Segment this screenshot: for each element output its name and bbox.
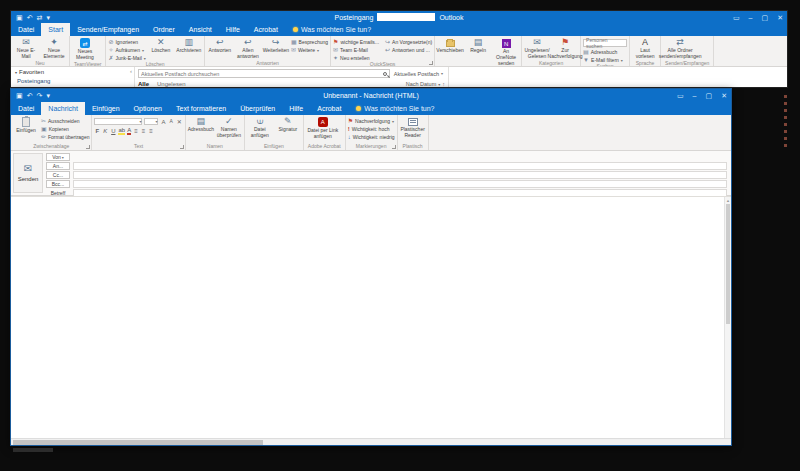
followup-button[interactable]: ⚑ Nachverfolgung ▾ [348,118,395,124]
read-aloud-button[interactable]: A Laut vorlesen [632,37,658,60]
highlight-button[interactable]: ab [118,127,125,135]
close-icon[interactable]: ✕ [721,92,727,99]
ribbon-display-icon[interactable]: ▭ [677,92,684,99]
scrollbar-thumb[interactable] [726,204,730,324]
undo-icon[interactable]: ↶ [27,92,33,99]
copy-button[interactable]: ▣ Kopieren [41,126,89,132]
horizontal-scrollbar[interactable] [11,438,731,445]
tab-datei[interactable]: Datei [11,102,41,115]
cut-button[interactable]: ✂ Ausschneiden [41,118,89,124]
new-items-button[interactable]: ✦ Neue Elemente [41,37,67,60]
dialog-launcher-icon[interactable] [180,145,184,149]
high-importance-button[interactable]: ! Wichtigkeit: hoch [348,126,395,132]
tab-text-formatieren[interactable]: Text formatieren [169,102,233,115]
send-receive-all-button[interactable]: ⇄ Alle Ordner senden/empfangen [663,37,697,60]
minimize-icon[interactable]: – [749,14,753,21]
check-names-button[interactable]: ✓ Namen überprüfen [216,116,242,139]
tab-hilfe[interactable]: Hilfe [282,102,310,115]
cleanup-button[interactable]: ✧ Aufräumen ▾ [108,47,145,53]
grow-font-icon[interactable]: A [160,119,166,125]
maximize-icon[interactable]: ▢ [706,92,713,99]
filter-unread[interactable]: Ungelesen [157,81,186,87]
followup-button[interactable]: ⚑ Zur Nachverfolgung [552,37,578,60]
favorites-header[interactable]: ▾ Favoriten [15,69,130,75]
ribbon-display-icon[interactable]: ▭ [733,14,740,21]
send-receive-icon[interactable]: ⇄ [37,14,43,21]
save-icon[interactable]: ▣ [16,92,23,99]
font-color-button[interactable]: A [127,127,131,135]
italic-button[interactable]: K [102,128,108,134]
addressbook-button[interactable]: ▤ Adressbuch [188,116,214,133]
bcc-field[interactable] [73,180,727,188]
new-meeting-button[interactable]: ⇄ Neues Meeting [72,37,98,61]
dialog-launcher-icon[interactable] [86,145,90,149]
scrollbar-thumb[interactable] [13,440,263,445]
font-name-select[interactable]: ▾ [94,118,142,125]
bold-button[interactable]: F [94,128,100,134]
qat-customize-icon[interactable]: ▾ [46,92,50,99]
signature-button[interactable]: ✎ Signatur [275,116,301,133]
message-body-editor[interactable] [11,197,724,438]
send-button[interactable]: ✉ Senden [13,153,43,193]
reply-button[interactable]: ↩ Antworten [207,37,233,54]
from-button[interactable]: Von ▾ [46,153,70,161]
close-icon[interactable]: ✕ [777,14,783,21]
font-size-select[interactable]: ▾ [144,118,158,125]
collapse-pane-icon[interactable]: ‹ [130,68,132,74]
quickstep-team-email[interactable]: ✉ Team E-Mail [333,47,379,53]
tab-nachricht[interactable]: Nachricht [41,102,85,115]
delete-button[interactable]: ✕ Löschen [148,37,174,54]
tab-ueberpruefen[interactable]: Überprüfen [233,102,282,115]
dialog-launcher-icon[interactable] [392,145,396,149]
to-button[interactable]: An... [46,162,70,170]
minimize-icon[interactable]: – [693,92,697,99]
bcc-button[interactable]: Bcc... [46,180,70,188]
tab-ansicht[interactable]: Ansicht [182,23,219,36]
more-respond-button[interactable]: ✉ Weitere ▾ [291,47,328,53]
save-icon[interactable]: ▣ [16,14,23,21]
tab-acrobat[interactable]: Acrobat [247,23,285,36]
new-email-button[interactable]: ✉ Neue E-Mail [13,37,39,60]
search-scope-dropdown[interactable]: Aktuelles Postfach ▾ [392,71,445,77]
attach-via-link-button[interactable]: A Datei per Link anfügen [306,116,340,140]
attach-file-button[interactable]: ⟒ Datei anfügen [247,116,273,139]
to-field[interactable] [73,162,727,170]
search-input[interactable] [141,71,381,77]
tab-start[interactable]: Start [41,23,70,36]
sort-by-dropdown[interactable]: Nach Datum ▾ ↑ [406,81,445,87]
paste-button[interactable]: Einfügen [13,116,39,134]
filter-all[interactable]: Alle [138,81,149,87]
quickstep-an-vorgesetzte[interactable]: ↪ An Vorgesetzte(n) [385,39,432,45]
underline-button[interactable]: U [110,128,116,134]
quickstep-wichtige-emails[interactable]: ⚑ wichtige Emails... [333,39,379,45]
meeting-button[interactable]: ▦ Besprechung [291,39,328,45]
vertical-scrollbar[interactable]: ▲ [724,197,731,438]
redo-icon[interactable]: ↷ [37,92,43,99]
reply-all-button[interactable]: ↩ Allen antworten [235,37,261,60]
undo-icon[interactable]: ↶ [27,14,33,21]
rules-button[interactable]: ▤ Regeln [465,37,491,54]
onenote-button[interactable]: N An OneNote senden [493,37,519,66]
shrink-font-icon[interactable]: A [168,119,173,124]
tellme-box[interactable]: Was möchten Sie tun? [285,23,379,36]
align-button[interactable]: ≡ [148,128,154,134]
archive-button[interactable]: ▥ Archivieren [176,37,202,54]
clear-format-icon[interactable]: ✕ [176,119,183,125]
search-box[interactable] [138,69,390,78]
tab-senden-empfangen[interactable]: Senden/Empfangen [70,23,146,36]
folder-item-posteingang[interactable]: Posteingang [15,78,130,84]
scroll-up-icon[interactable]: ▲ [725,197,731,204]
bullets-button[interactable]: ≡ [133,128,139,134]
find-people-box[interactable]: Personen suchen [583,39,627,47]
tab-optionen[interactable]: Optionen [127,102,169,115]
forward-button[interactable]: ↪ Weiterleiten [263,37,289,54]
unread-read-button[interactable]: ✉ Ungelesen/ Gelesen [524,37,550,60]
immersive-reader-button[interactable]: Plastischer Reader [400,116,426,139]
tab-einfuegen[interactable]: Einfügen [85,102,127,115]
tab-acrobat[interactable]: Acrobat [310,102,348,115]
cc-field[interactable] [73,171,727,179]
addressbook-button[interactable]: ▤ Adressbuch [583,49,627,55]
dialog-launcher-icon[interactable] [429,61,433,65]
maximize-icon[interactable]: ▢ [762,14,769,21]
tab-hilfe[interactable]: Hilfe [219,23,247,36]
